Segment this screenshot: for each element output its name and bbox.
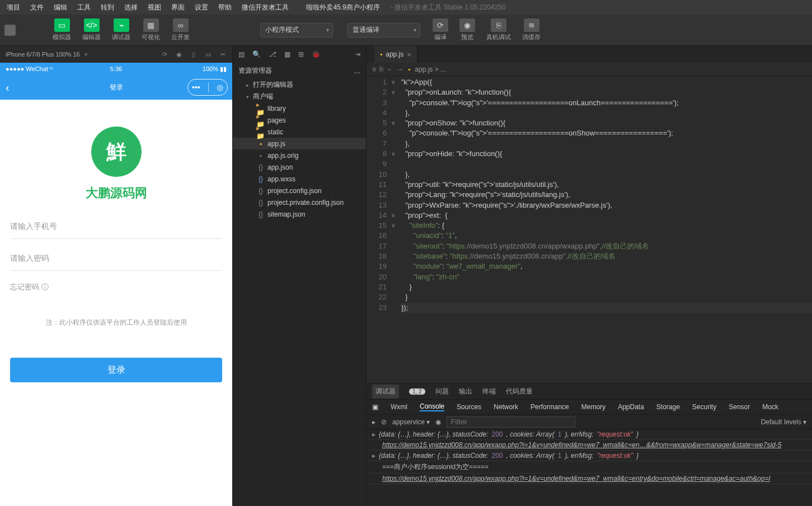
simulator-button[interactable]: ▭模拟器 bbox=[48, 16, 76, 44]
editor-tab[interactable]: ▪ app.js × bbox=[374, 46, 417, 63]
login-note: 注：此小程序仅供该平台的工作人员登陆后使用 bbox=[10, 318, 222, 327]
tree-open-editors[interactable]: ▸打开的编辑器 bbox=[233, 79, 366, 91]
file-tree: ▸打开的编辑器 ▾商户端 ▸ 📁library▸ 📁pages▸ 📁static… bbox=[233, 79, 366, 506]
menu-item[interactable]: 视图 bbox=[143, 1, 166, 15]
phone-input[interactable]: 请输入手机号 bbox=[10, 215, 222, 239]
tree-item-library[interactable]: ▸ 📁library bbox=[233, 102, 366, 114]
devtool-tab[interactable]: Sensor bbox=[729, 403, 750, 411]
tree-item-app.js[interactable]: ▪app.js bbox=[233, 138, 366, 149]
eye-icon[interactable]: ◉ bbox=[435, 418, 441, 426]
tree-item-static[interactable]: ▸ 📁static bbox=[233, 126, 366, 138]
tree-item-project.config.json[interactable]: {}project.config.json bbox=[233, 185, 366, 196]
bug-icon[interactable]: 🐞 bbox=[312, 50, 320, 58]
problems-tab[interactable]: 问题 bbox=[435, 387, 449, 396]
log-line[interactable]: ▸ {data: {…}, header: {…}, statusCode: 2… bbox=[367, 451, 812, 461]
preview-button[interactable]: ◉预览 bbox=[455, 16, 480, 44]
tree-item-app.wxss[interactable]: {}app.wxss bbox=[233, 173, 366, 185]
capsule[interactable]: •••◎ bbox=[187, 79, 228, 96]
devtool-tab[interactable]: Storage bbox=[656, 403, 680, 411]
editor-button[interactable]: </>编辑器 bbox=[78, 16, 105, 44]
toggle-icon[interactable]: ▸ bbox=[372, 418, 376, 426]
devtool-tab[interactable]: Memory bbox=[581, 403, 606, 411]
devtool-tab[interactable]: Mock bbox=[762, 403, 778, 411]
cut-icon[interactable]: ✂ bbox=[219, 50, 227, 58]
app-icon bbox=[4, 25, 16, 36]
debugger-panel: 调试器 1, 2 问题 输出 终端 代码质量 ▣ Wxml Console So… bbox=[367, 383, 812, 506]
devtool-tab[interactable]: AppData bbox=[618, 403, 644, 411]
status-bar: ●●●●● WeChat⌔ 5:36 100% ▮▮ bbox=[0, 63, 232, 75]
devtool-tab[interactable]: Security bbox=[692, 403, 716, 411]
tree-root[interactable]: ▾商户端 bbox=[233, 91, 366, 102]
select-icon[interactable]: ▣ bbox=[372, 403, 378, 411]
record-icon[interactable]: ◉ bbox=[175, 50, 183, 58]
log-line[interactable]: ▸ {data: {…}, header: {…}, statusCode: 2… bbox=[367, 429, 812, 440]
debugger-tab[interactable]: 调试器 bbox=[372, 385, 399, 399]
tree-item-project.private.config.json[interactable]: {}project.private.config.json bbox=[233, 196, 366, 208]
forgot-password[interactable]: 忘记密码 ⓘ bbox=[10, 279, 222, 296]
tree-item-pages[interactable]: ▸ 📁pages bbox=[233, 114, 366, 126]
log-line[interactable]: https://demo15.ynjdzzd008.cn/app/wxapp.p… bbox=[367, 440, 812, 451]
clear-icon[interactable]: ⊘ bbox=[381, 418, 387, 426]
devtool-tab[interactable]: Network bbox=[494, 403, 518, 411]
tree-item-app.json[interactable]: {}app.json bbox=[233, 161, 366, 173]
log-line[interactable]: https://demo15.ynjdzzd008.cn/app/wxapp.p… bbox=[367, 474, 812, 484]
mode-dropdown[interactable]: 小程序模式 bbox=[260, 23, 333, 38]
cloud-button[interactable]: ∞云开发 bbox=[167, 16, 194, 44]
output-tab[interactable]: 输出 bbox=[459, 387, 472, 396]
list-icon[interactable]: ≡ bbox=[372, 65, 376, 73]
close-icon[interactable]: × bbox=[407, 50, 411, 59]
menu-item[interactable]: 转到 bbox=[96, 1, 119, 15]
back-icon[interactable]: ‹ bbox=[6, 81, 10, 94]
menu-item[interactable]: 项目 bbox=[2, 1, 25, 15]
remote-debug-button[interactable]: ⎘真机调试 bbox=[482, 16, 515, 44]
menu-item[interactable]: 设置 bbox=[190, 1, 213, 15]
ext2-icon[interactable]: ⊞ bbox=[298, 50, 304, 58]
menu-item[interactable]: 选择 bbox=[120, 1, 142, 15]
more-icon[interactable]: … bbox=[354, 67, 360, 75]
visual-button[interactable]: ▦可视化 bbox=[137, 16, 165, 44]
branch-icon[interactable]: ⎇ bbox=[269, 50, 276, 58]
context-select[interactable]: appservice ▾ bbox=[392, 418, 430, 426]
js-icon: ▪ bbox=[408, 65, 410, 73]
password-input[interactable]: 请输入密码 bbox=[10, 247, 222, 271]
tree-item-app.js.orig[interactable]: ▫app.js.orig bbox=[233, 149, 366, 161]
levels-select[interactable]: Default levels ▾ bbox=[761, 418, 806, 426]
refresh-icon[interactable]: ⟳ bbox=[161, 50, 168, 58]
devtool-tab[interactable]: Performance bbox=[531, 403, 569, 411]
menu-item[interactable]: 文件 bbox=[26, 1, 48, 15]
menu-item[interactable]: 编辑 bbox=[49, 1, 72, 15]
clear-cache-button[interactable]: ≋清缓存 bbox=[518, 16, 545, 44]
search-icon[interactable]: 🔍 bbox=[252, 50, 261, 58]
device-label[interactable]: iPhone 6/7/8 Plus 100% 16 bbox=[6, 51, 80, 58]
debugger-button[interactable]: ⌁调试器 bbox=[107, 16, 135, 44]
file-icon[interactable]: ▤ bbox=[238, 50, 245, 58]
log-line[interactable]: ===商户小程序sessionid为空===== bbox=[367, 461, 812, 474]
tree-item-sitemap.json[interactable]: {}sitemap.json bbox=[233, 208, 366, 220]
bookmark-icon[interactable]: ⎘ bbox=[379, 65, 383, 73]
more-icon[interactable]: ••• bbox=[192, 83, 200, 92]
collapse-icon[interactable]: ⇥ bbox=[355, 50, 360, 58]
compile-dropdown[interactable]: 普通编译 bbox=[348, 23, 420, 38]
terminal-tab[interactable]: 终端 bbox=[482, 387, 496, 396]
menu-item[interactable]: 帮助 bbox=[214, 1, 236, 15]
brand-text: 大鹏源码网 bbox=[10, 185, 222, 202]
login-button[interactable]: 登录 bbox=[10, 358, 222, 382]
filter-input[interactable] bbox=[447, 416, 575, 428]
rotate-icon[interactable]: ▭ bbox=[204, 50, 212, 58]
breadcrumb-text[interactable]: app.js > ... bbox=[415, 65, 446, 73]
ext-icon[interactable]: ▦ bbox=[284, 50, 290, 58]
device-icon[interactable]: ▯ bbox=[190, 50, 198, 58]
compile-button[interactable]: ⟳编译 bbox=[428, 16, 453, 44]
menu-item[interactable]: 微信开发者工具 bbox=[237, 1, 293, 15]
devtool-tab-console[interactable]: Console bbox=[420, 402, 444, 411]
devtool-tab[interactable]: Sources bbox=[457, 403, 481, 411]
nav-fwd-icon[interactable]: → bbox=[397, 65, 403, 73]
menu-item[interactable]: 工具 bbox=[73, 1, 95, 15]
code-editor[interactable]: 1234567891011121314151617181920212223 ∨∨… bbox=[367, 76, 812, 383]
nav-back-icon[interactable]: ← bbox=[387, 65, 393, 73]
menu-item[interactable]: 界面 bbox=[167, 1, 189, 15]
target-icon[interactable]: ◎ bbox=[217, 83, 223, 92]
js-icon: ▪ bbox=[380, 50, 382, 58]
devtool-tab[interactable]: Wxml bbox=[391, 403, 407, 411]
quality-tab[interactable]: 代码质量 bbox=[506, 387, 533, 396]
